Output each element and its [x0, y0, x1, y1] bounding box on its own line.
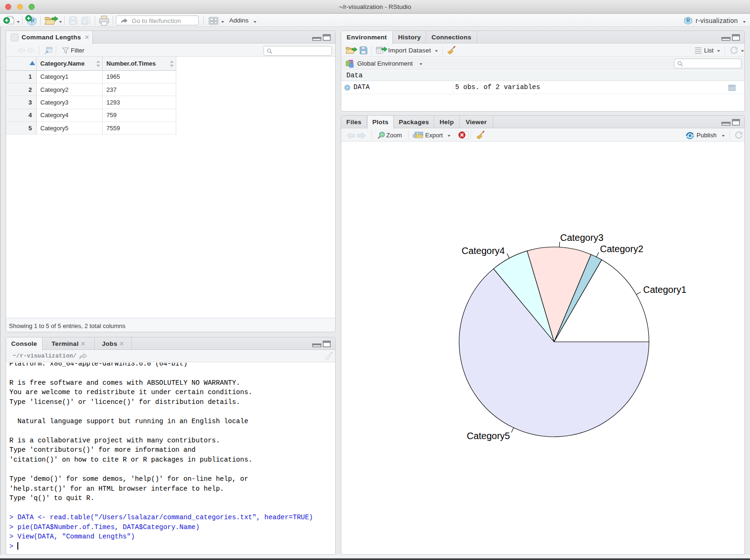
- svg-text:Category2: Category2: [600, 244, 643, 254]
- svg-text:Category3: Category3: [560, 232, 603, 243]
- svg-text:R: R: [687, 18, 690, 23]
- svg-text:Category4: Category4: [462, 246, 505, 256]
- svg-text:Category5: Category5: [467, 431, 510, 441]
- svg-text:Category1: Category1: [643, 284, 686, 295]
